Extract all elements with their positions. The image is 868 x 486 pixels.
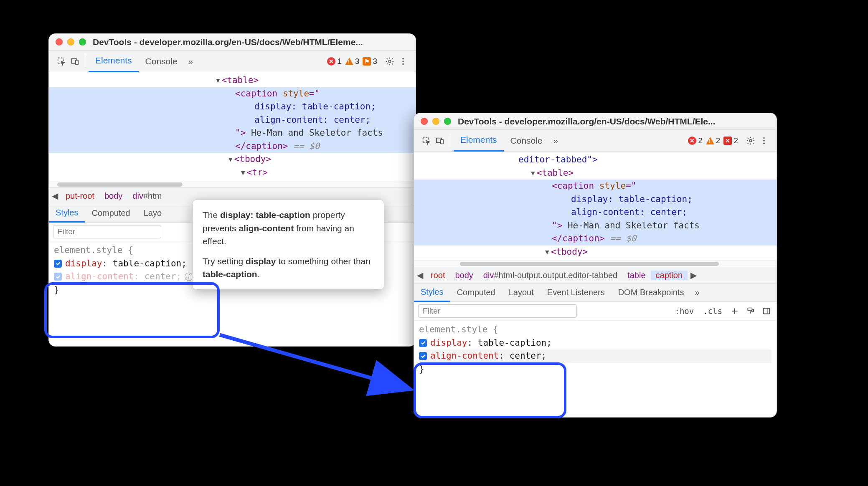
breadcrumb-next-icon[interactable]: ▶: [688, 270, 699, 280]
close-button[interactable]: [421, 118, 428, 125]
minimize-button[interactable]: [432, 118, 439, 125]
new-style-rule-icon[interactable]: [729, 305, 741, 317]
traffic-lights: [421, 118, 451, 125]
issue-icon: ⚑: [363, 57, 371, 66]
computed-sidebar-icon[interactable]: [761, 305, 772, 317]
breadcrumb-item[interactable]: root: [426, 271, 450, 280]
kebab-menu-icon[interactable]: [396, 55, 410, 68]
tab-dom-breakpoints[interactable]: DOM Breakpoints: [612, 284, 691, 302]
svg-point-12: [763, 140, 765, 142]
issue-count[interactable]: ⚑ 3: [363, 57, 377, 66]
gear-icon[interactable]: [383, 55, 396, 68]
device-toolbar-icon[interactable]: [433, 134, 447, 147]
window-title: DevTools - developer.mozilla.org/en-US/d…: [458, 116, 716, 127]
breadcrumb-item[interactable]: body: [99, 191, 127, 201]
warning-count[interactable]: 3: [345, 57, 360, 66]
inspect-icon[interactable]: [420, 134, 433, 147]
filter-input[interactable]: [53, 225, 161, 238]
error-count[interactable]: ✕ 2: [688, 136, 703, 145]
hov-toggle[interactable]: :hov: [672, 306, 696, 316]
selector-header: element.style {: [419, 323, 772, 337]
selected-node-indicator: == $0: [293, 141, 320, 151]
tab-console[interactable]: Console: [504, 130, 549, 152]
styles-filterbar: :hov .cls: [414, 302, 777, 321]
issue-icon: ✕: [723, 137, 732, 145]
kebab-menu-icon[interactable]: [757, 134, 771, 147]
breadcrumb-prev-icon[interactable]: ◀: [414, 270, 426, 280]
breadcrumb-item[interactable]: body: [450, 271, 478, 280]
zoom-button[interactable]: [444, 118, 451, 125]
svg-rect-14: [748, 308, 752, 311]
zoom-button[interactable]: [79, 38, 86, 46]
checkbox-icon[interactable]: [419, 339, 427, 347]
svg-rect-2: [76, 60, 78, 64]
styles-pane[interactable]: element.style { display: table-caption; …: [414, 321, 777, 378]
selector-close: }: [419, 363, 772, 376]
filter-input[interactable]: [418, 304, 577, 318]
disclosure-triangle-icon[interactable]: ▼: [216, 76, 222, 86]
more-tabs-icon[interactable]: »: [549, 136, 563, 146]
toolbar: Elements Console » ✕ 1 3 ⚑ 3: [49, 51, 416, 72]
svg-point-4: [402, 58, 404, 59]
disclosure-triangle-icon[interactable]: ▼: [545, 247, 551, 257]
breadcrumb-item[interactable]: table: [622, 271, 650, 280]
svg-rect-9: [441, 139, 443, 144]
svg-point-13: [763, 142, 765, 144]
disclosure-triangle-icon[interactable]: ▼: [228, 154, 234, 165]
devtools-window-left: DevTools - developer.mozilla.org/en-US/d…: [48, 33, 416, 347]
paint-icon[interactable]: [745, 305, 756, 317]
checkbox-icon[interactable]: [419, 352, 427, 360]
tab-elements[interactable]: Elements: [89, 51, 139, 72]
titlebar: DevTools - developer.mozilla.org/en-US/d…: [49, 34, 416, 51]
toolbar: Elements Console » ✕ 2 2 ✕ 2: [414, 130, 777, 152]
horizontal-scrollbar[interactable]: [49, 181, 416, 187]
breadcrumb-item[interactable]: put-root: [61, 191, 99, 201]
tab-layout[interactable]: Layout: [502, 284, 541, 302]
tab-elements[interactable]: Elements: [454, 130, 504, 152]
css-property-align-content[interactable]: align-content: center;: [419, 349, 772, 363]
issue-count[interactable]: ✕ 2: [723, 136, 738, 145]
svg-point-11: [763, 137, 765, 139]
inspect-icon[interactable]: [55, 55, 68, 68]
disclosure-triangle-icon[interactable]: ▼: [241, 168, 247, 178]
dom-tree[interactable]: editor-tabbed"> ▼<table> <caption style=…: [414, 152, 777, 260]
tab-computed[interactable]: Computed: [450, 284, 502, 302]
checkbox-icon[interactable]: [54, 273, 62, 281]
breadcrumb-item-selected[interactable]: caption: [651, 271, 688, 280]
tab-layout[interactable]: Layo: [137, 204, 168, 223]
titlebar: DevTools - developer.mozilla.org/en-US/d…: [414, 113, 777, 130]
more-tabs-icon[interactable]: »: [691, 288, 704, 297]
svg-point-6: [402, 63, 404, 65]
devtools-window-right: DevTools - developer.mozilla.org/en-US/d…: [414, 113, 777, 418]
scrollbar-thumb[interactable]: [460, 262, 719, 266]
tab-console[interactable]: Console: [139, 51, 184, 72]
breadcrumb: ◀ root body div#html-output.output.edito…: [414, 267, 777, 284]
gear-icon[interactable]: [744, 134, 757, 147]
close-button[interactable]: [56, 38, 63, 46]
disclosure-triangle-icon[interactable]: ▼: [531, 168, 537, 178]
checkbox-icon[interactable]: [54, 260, 62, 268]
minimize-button[interactable]: [67, 38, 74, 46]
breadcrumb-item[interactable]: div#htm: [127, 191, 167, 201]
tab-event-listeners[interactable]: Event Listeners: [541, 284, 612, 302]
horizontal-scrollbar[interactable]: [414, 260, 777, 267]
css-property-display[interactable]: display: table-caption;: [419, 337, 772, 350]
tab-styles[interactable]: Styles: [49, 204, 85, 223]
styles-tabs: Styles Computed Layout Event Listeners D…: [414, 284, 777, 302]
breadcrumb-prev-icon[interactable]: ◀: [49, 191, 61, 201]
error-count[interactable]: ✕ 1: [327, 57, 342, 66]
tab-styles[interactable]: Styles: [414, 284, 450, 302]
warning-icon: [706, 137, 714, 144]
window-title: DevTools - developer.mozilla.org/en-US/d…: [93, 37, 363, 47]
error-icon: ✕: [688, 137, 696, 145]
error-icon: ✕: [327, 57, 335, 66]
tab-computed[interactable]: Computed: [85, 204, 137, 223]
cls-toggle[interactable]: .cls: [700, 306, 725, 316]
device-toolbar-icon[interactable]: [68, 55, 81, 68]
scrollbar-thumb[interactable]: [57, 182, 183, 187]
svg-rect-15: [764, 308, 770, 314]
warning-count[interactable]: 2: [706, 136, 721, 145]
breadcrumb-item[interactable]: div#html-output.output.editor-tabbed: [478, 271, 622, 280]
more-tabs-icon[interactable]: »: [184, 56, 198, 66]
dom-tree[interactable]: ▼<table> <caption style=" display: table…: [49, 72, 416, 181]
